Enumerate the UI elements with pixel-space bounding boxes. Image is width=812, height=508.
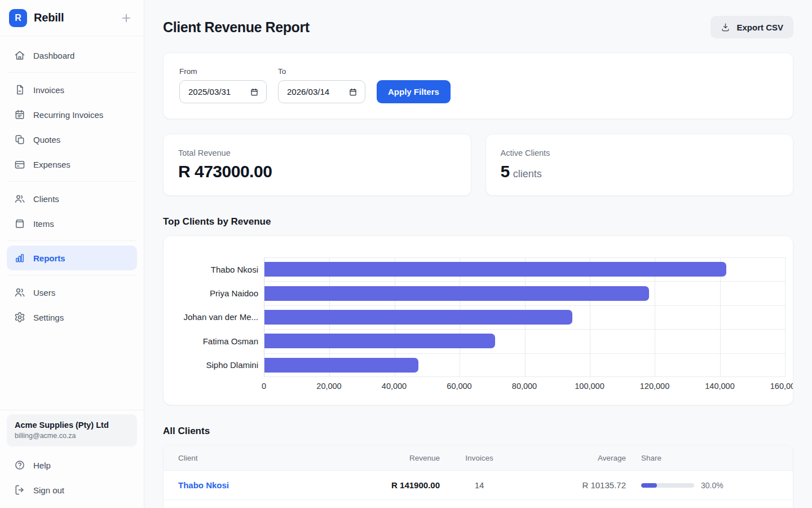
chart-bar-row (264, 305, 785, 329)
sidebar-item-label: Items (33, 219, 54, 229)
calendar-icon[interactable] (348, 87, 358, 97)
chart-category-label: Priya Naidoo (177, 281, 264, 305)
table-header-row: Client Revenue Invoices Average Share (164, 445, 793, 471)
app-name: Rebill (34, 11, 64, 24)
sidebar-footer-items: HelpSign out (7, 453, 137, 502)
stats-row: Total Revenue R 473000.00 Active Clients… (163, 134, 793, 196)
account-company: Acme Supplies (Pty) Ltd (15, 421, 129, 430)
client-link[interactable]: Thabo Nkosi (178, 480, 350, 490)
sidebar-footer: Acme Supplies (Pty) Ltd billing@acme.co.… (0, 410, 144, 508)
chart-category-label: Thabo Nkosi (177, 257, 264, 281)
sidebar-item-reports[interactable]: Reports (7, 246, 137, 270)
chart-category-labels: Thabo NkosiPriya NaidooJohan van der Me.… (177, 257, 264, 377)
help-circle-icon (14, 459, 25, 471)
active-clients-count: 5 (501, 162, 510, 181)
sidebar-item-dashboard[interactable]: Dashboard (7, 43, 137, 68)
chart-x-axis: 020,00040,00060,00080,000100,000120,0001… (264, 377, 785, 394)
chart-plot-area (264, 257, 785, 377)
sidebar-item-label: Users (33, 288, 55, 297)
sidebar-item-quotes[interactable]: Quotes (7, 127, 137, 152)
share-progress-track (641, 483, 694, 488)
sidebar-item-expenses[interactable]: Expenses (7, 152, 137, 177)
sidebar-item-help[interactable]: Help (7, 453, 137, 478)
sidebar-header: R Rebill (0, 0, 144, 36)
gear-icon (14, 312, 25, 323)
x-axis-tick-label: 100,000 (575, 382, 604, 391)
sidebar-item-invoices[interactable]: Invoices (7, 77, 137, 102)
chart-bar-row (264, 281, 785, 305)
export-csv-button[interactable]: Export CSV (710, 16, 793, 38)
sidebar-item-label: Clients (33, 194, 59, 204)
x-axis-tick-label: 160,000 (770, 382, 793, 391)
x-axis-tick-label: 0 (262, 382, 266, 391)
chart-bar-priya-naidoo (264, 286, 649, 301)
export-csv-label: Export CSV (736, 23, 783, 32)
share-progress-fill (641, 483, 657, 488)
chart-bar-johan-van-der-me (264, 310, 572, 325)
sidebar-item-label: Recurring Invoices (33, 110, 103, 120)
sidebar-item-settings[interactable]: Settings (7, 305, 137, 330)
total-revenue-card: Total Revenue R 473000.00 (163, 134, 471, 196)
home-icon (14, 50, 25, 61)
nav-divider (7, 181, 136, 182)
table-section-title: All Clients (163, 426, 793, 437)
chart-bar-sipho-dlamini (264, 358, 418, 373)
chart-category-label: Sipho Dlamini (177, 353, 264, 377)
active-clients-value: 5clients (501, 162, 779, 181)
sidebar-nav: DashboardInvoicesRecurring InvoicesQuote… (0, 36, 144, 410)
chart-bar-row (264, 257, 785, 281)
invoice-icon (14, 84, 25, 95)
from-date-field: From 2025/03/31 (179, 67, 267, 103)
share-percent-label: 30.0% (701, 481, 723, 490)
active-clients-card: Active Clients 5clients (486, 134, 794, 196)
calendar-icon[interactable] (250, 87, 259, 97)
x-axis-tick-label: 60,000 (447, 382, 471, 391)
invoices-cell: 14 (440, 480, 519, 490)
sidebar-item-users[interactable]: Users (7, 280, 137, 305)
to-date-field: To 2026/03/14 (278, 67, 365, 103)
client-table-row: Thabo NkosiR 141900.0014R 10135.7230.0% (164, 471, 793, 500)
sidebar-item-recurring-invoices[interactable]: Recurring Invoices (7, 102, 137, 127)
x-axis-tick-label: 20,000 (316, 382, 341, 391)
revenue-cell: R 141900.00 (350, 480, 440, 490)
active-clients-label: Active Clients (501, 148, 779, 157)
app-logo: R (9, 9, 27, 27)
add-new-button[interactable] (118, 10, 135, 27)
chart-section-title: Top Clients by Revenue (163, 216, 793, 227)
sidebar-item-label: Reports (33, 253, 65, 263)
download-icon (721, 23, 730, 32)
active-clients-suffix: clients (513, 168, 542, 179)
client-table-row: Priya NaidooR 118250.0012R 9854.1725.0% (164, 500, 793, 508)
nav-divider (7, 240, 136, 241)
chart-category-label: Johan van der Me... (177, 305, 264, 329)
column-header-average: Average (519, 454, 626, 462)
chart-bar-row (264, 353, 785, 377)
to-date-input[interactable]: 2026/03/14 (278, 80, 365, 103)
plus-icon (120, 12, 133, 24)
sidebar-item-sign-out[interactable]: Sign out (7, 478, 137, 502)
apply-filters-button[interactable]: Apply Filters (377, 80, 451, 103)
from-label: From (179, 67, 267, 76)
sidebar-item-label: Expenses (33, 160, 70, 169)
chart-bar-fatima-osman (264, 334, 495, 348)
sidebar-item-label: Settings (33, 313, 64, 322)
sidebar-item-clients[interactable]: Clients (7, 186, 137, 211)
account-email: billing@acme.co.za (15, 432, 129, 440)
sidebar-item-label: Help (33, 461, 51, 470)
x-axis-tick-label: 140,000 (705, 382, 734, 391)
chart-gridline (785, 257, 785, 377)
sidebar: R Rebill DashboardInvoicesRecurring Invo… (0, 0, 144, 508)
box-icon (14, 218, 25, 229)
from-date-input[interactable]: 2025/03/31 (179, 80, 267, 103)
chart-category-label: Fatima Osman (177, 329, 264, 353)
account-card[interactable]: Acme Supplies (Pty) Ltd billing@acme.co.… (7, 414, 137, 446)
sidebar-item-label: Quotes (33, 135, 60, 144)
page-header: Client Revenue Report Export CSV (163, 16, 793, 38)
sidebar-item-label: Sign out (33, 485, 64, 495)
share-cell: 30.0% (626, 481, 778, 490)
main-content: Client Revenue Report Export CSV From 20… (144, 0, 812, 508)
sidebar-item-items[interactable]: Items (7, 211, 137, 236)
x-axis-tick-label: 80,000 (512, 382, 537, 391)
calendar-icon (14, 109, 25, 120)
copy-icon (14, 134, 25, 145)
